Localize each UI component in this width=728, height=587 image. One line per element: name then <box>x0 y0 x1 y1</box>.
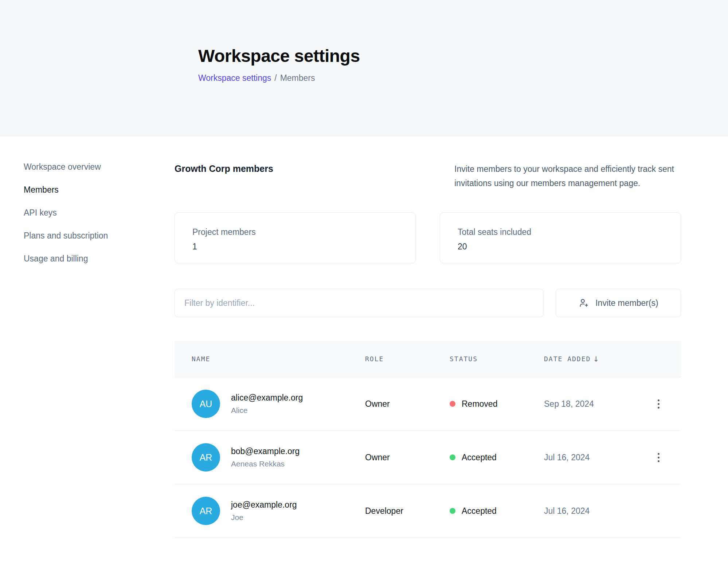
avatar: AU <box>192 390 220 418</box>
member-email: alice@example.org <box>231 393 303 403</box>
member-role: Developer <box>365 506 450 516</box>
status-label: Accepted <box>462 453 497 462</box>
member-name: Joe <box>231 513 297 522</box>
page-header: Workspace settings Workspace settings / … <box>0 0 728 137</box>
sort-descending-icon: ↓ <box>593 355 599 363</box>
table-row: AR joe@example.org Joe Developer Accepte… <box>175 484 681 538</box>
member-status: Removed <box>450 399 544 409</box>
breadcrumb-separator: / <box>274 73 277 83</box>
stat-label: Total seats included <box>458 227 663 237</box>
status-dot-removed <box>450 401 455 407</box>
filter-input[interactable] <box>175 289 544 317</box>
member-cell: AR joe@example.org Joe <box>192 497 365 525</box>
member-name: Alice <box>231 406 303 415</box>
breadcrumb: Workspace settings / Members <box>198 73 705 83</box>
status-dot-accepted <box>450 508 455 514</box>
intro-row: Growth Corp members Invite members to yo… <box>175 162 681 190</box>
column-header-date-added[interactable]: DATE ADDED ↓ <box>544 355 648 363</box>
member-email: joe@example.org <box>231 500 297 510</box>
sidebar-item-members[interactable]: Members <box>24 185 175 195</box>
stat-value: 1 <box>192 242 398 252</box>
section-description: Invite members to your workspace and eff… <box>454 162 681 190</box>
member-email: bob@example.org <box>231 446 300 456</box>
member-date-added: Jul 16, 2024 <box>544 453 648 462</box>
content-area: Workspace overview Members API keys Plan… <box>0 137 728 538</box>
column-header-role: ROLE <box>365 355 450 363</box>
sidebar-item-api-keys[interactable]: API keys <box>24 208 175 218</box>
member-role: Owner <box>365 453 450 462</box>
stats-row: Project members 1 Total seats included 2… <box>175 212 681 263</box>
breadcrumb-link-workspace-settings[interactable]: Workspace settings <box>198 73 271 83</box>
row-actions-menu-icon[interactable] <box>653 396 664 412</box>
member-identity: bob@example.org Aeneas Rekkas <box>231 446 300 468</box>
sidebar-item-workspace-overview[interactable]: Workspace overview <box>24 162 175 172</box>
member-cell: AU alice@example.org Alice <box>192 390 365 418</box>
settings-nav: Workspace overview Members API keys Plan… <box>0 162 175 538</box>
member-status: Accepted <box>450 506 544 516</box>
members-table-header: NAME ROLE STATUS DATE ADDED ↓ <box>175 341 681 377</box>
member-role: Owner <box>365 399 450 409</box>
avatar: AR <box>192 497 220 525</box>
row-actions-menu-icon[interactable] <box>653 449 664 466</box>
member-date-added: Jul 16, 2024 <box>544 506 648 516</box>
stat-value: 20 <box>458 242 663 252</box>
member-cell: AR bob@example.org Aeneas Rekkas <box>192 443 365 472</box>
sidebar-item-plans-and-subscription[interactable]: Plans and subscription <box>24 231 175 241</box>
avatar: AR <box>192 443 220 472</box>
status-dot-accepted <box>450 454 455 460</box>
member-identity: alice@example.org Alice <box>231 393 303 415</box>
stat-card-total-seats: Total seats included 20 <box>440 212 681 263</box>
member-name: Aeneas Rekkas <box>231 460 300 468</box>
page-title: Workspace settings <box>198 46 705 66</box>
column-header-status: STATUS <box>450 355 544 363</box>
column-header-name: NAME <box>192 355 365 363</box>
invite-members-button-label: Invite member(s) <box>595 298 658 308</box>
member-status: Accepted <box>450 453 544 462</box>
member-identity: joe@example.org Joe <box>231 500 297 522</box>
invite-members-button[interactable]: Invite member(s) <box>556 289 681 317</box>
table-row: AR bob@example.org Aeneas Rekkas Owner A… <box>175 431 681 484</box>
sidebar-item-usage-and-billing[interactable]: Usage and billing <box>24 254 175 264</box>
breadcrumb-current: Members <box>280 73 315 83</box>
members-table: NAME ROLE STATUS DATE ADDED ↓ AU alice@e… <box>175 341 681 538</box>
filter-row: Invite member(s) <box>175 289 681 317</box>
stat-label: Project members <box>192 227 398 237</box>
stat-card-project-members: Project members 1 <box>175 212 416 263</box>
section-title: Growth Corp members <box>175 162 273 190</box>
status-label: Removed <box>462 399 497 409</box>
table-row: AU alice@example.org Alice Owner Removed… <box>175 377 681 431</box>
members-panel: Growth Corp members Invite members to yo… <box>175 162 681 538</box>
member-date-added: Sep 18, 2024 <box>544 399 648 409</box>
user-plus-icon <box>578 298 589 308</box>
status-label: Accepted <box>462 506 497 516</box>
